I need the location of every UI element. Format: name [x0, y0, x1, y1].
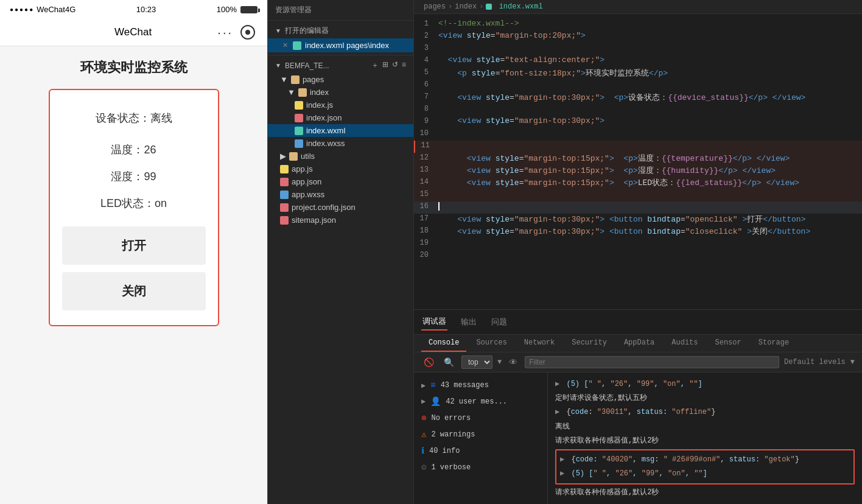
code-line-14: 14 <view style="margin-top:15px;"> <p>LE…	[414, 177, 862, 189]
tab-security[interactable]: Security	[564, 335, 614, 352]
tab-storage[interactable]: Storage	[751, 335, 796, 352]
wxml-icon-2	[295, 127, 303, 135]
console-area: ▶ ≡ 43 messages ▶ 👤 42 user mes... ⊗ No …	[414, 373, 862, 504]
json-icon	[295, 114, 303, 122]
status-left: ●●●●● WeChat4G	[10, 5, 75, 14]
main-card: 设备状态：离线 温度：26 湿度：99 LED状态：on 打开 关闭	[49, 89, 219, 326]
wxss-icon-2	[280, 191, 289, 199]
console-top-bar: 🚫 🔍 top ▼ 👁 Default levels ▼	[414, 352, 862, 373]
console-log-area[interactable]: ▶ (5) [" ", "26", "99", "on", ""] 定时请求设备…	[548, 373, 862, 504]
breadcrumb-file: index.wxml	[486, 2, 542, 11]
warning-icon: ⚠	[421, 429, 426, 439]
collapse-icon[interactable]: ≡	[402, 60, 406, 71]
clear-console-icon[interactable]: 🚫	[421, 356, 436, 368]
log-plain-3: 请求获取各种传感器值,默认2秒	[555, 434, 855, 448]
add-file-icon[interactable]: ＋	[371, 60, 379, 71]
tree-pages-folder[interactable]: ▼ pages	[268, 73, 413, 86]
filter-icon[interactable]: 🔍	[441, 356, 457, 368]
no-errors-label: No errors	[431, 414, 471, 422]
folder-icon-3	[289, 152, 298, 161]
battery-label: 100%	[217, 5, 237, 14]
tab-appdata[interactable]: AppData	[617, 335, 662, 352]
chevron-down-icon-3: ▼	[280, 75, 288, 84]
user-messages-label: 42 user mes...	[446, 397, 507, 406]
info-icon: ℹ	[421, 446, 424, 456]
ide-main: 资源管理器 ▼ 打开的编辑器 ✕ index.wxml pages\index …	[268, 0, 862, 504]
app-wxss-label: app.wxss	[292, 190, 324, 199]
tab-console[interactable]: Console	[421, 335, 466, 352]
status-right: 100%	[217, 5, 258, 14]
js-icon-2	[280, 165, 289, 173]
tab-network[interactable]: Network	[517, 335, 562, 352]
tree-index-wxml[interactable]: index.wxml	[268, 124, 413, 137]
tree-app-js[interactable]: app.js	[268, 163, 413, 175]
tab-output[interactable]: 输出	[460, 314, 478, 330]
info-label: 40 info	[429, 447, 460, 455]
tree-utils-folder[interactable]: ▶ utils	[268, 150, 413, 163]
close-button[interactable]: 关闭	[62, 272, 206, 310]
carrier-label: WeChat4G	[37, 5, 75, 14]
sidebar-user-messages[interactable]: ▶ 👤 42 user mes...	[414, 393, 547, 410]
sidebar-all-messages[interactable]: ▶ ≡ 43 messages	[414, 377, 547, 393]
tab-sensor[interactable]: Sensor	[708, 335, 749, 352]
wxss-icon	[295, 139, 303, 148]
tree-project-config[interactable]: project.config.json	[268, 201, 413, 214]
open-button[interactable]: 打开	[62, 226, 206, 265]
sidebar-warnings[interactable]: ⚠ 2 warnings	[414, 426, 547, 443]
close-icon[interactable]: ✕	[282, 41, 288, 49]
tab-audits[interactable]: Audits	[664, 335, 705, 352]
tree-app-wxss[interactable]: app.wxss	[268, 188, 413, 201]
code-line-7: 7 <view style="margin-top:30px;"> <p>设备状…	[414, 92, 862, 104]
tab-sources[interactable]: Sources	[469, 335, 514, 352]
tree-index-folder[interactable]: ▼ index	[268, 86, 413, 99]
code-line-11: 11	[414, 141, 862, 153]
tree-index-json[interactable]: index.json	[268, 111, 413, 124]
app-name: WeChat	[114, 26, 152, 38]
chevron-down-icon-4: ▼	[287, 88, 295, 97]
json-icon-3	[280, 203, 289, 212]
json-icon-2	[280, 178, 289, 186]
led-label: LED状态：on	[62, 190, 206, 217]
code-content[interactable]: 1 <!--index.wxml--> 2 <view style="margi…	[414, 14, 862, 309]
open-editors-section: ▼ 打开的编辑器 ✕ index.wxml pages\index	[268, 21, 413, 55]
add-folder-icon[interactable]: ⊞	[382, 60, 388, 71]
sidebar-verbose[interactable]: ⚙ 1 verbose	[414, 459, 547, 475]
open-editors-toggle[interactable]: ▼ 打开的编辑器	[268, 21, 413, 38]
dropdown-icon[interactable]: ▼	[497, 358, 502, 366]
log-plain-1: 定时请求设备状态,默认五秒	[555, 391, 855, 405]
index-wxss-label: index.wxss	[306, 139, 345, 148]
time-label: 10:23	[136, 5, 156, 14]
editor-breadcrumb: pages › index › index.wxml	[414, 0, 862, 14]
context-selector[interactable]: top	[461, 355, 492, 369]
js-icon	[295, 101, 303, 110]
phone-status-bar: ●●●●● WeChat4G 10:23 100%	[0, 0, 267, 19]
tree-index-js[interactable]: index.js	[268, 99, 413, 111]
button-row: 打开 关闭	[62, 226, 206, 310]
project-section-toggle[interactable]: ▼ BEMFA_TE... ＋ ⊞ ↺ ≡	[268, 55, 413, 73]
tree-app-json[interactable]: app.json	[268, 175, 413, 188]
messages-label: 43 messages	[441, 381, 489, 390]
expand-icon: ▶	[421, 381, 426, 390]
folder-icon-2	[298, 88, 307, 97]
tab-problems[interactable]: 问题	[490, 314, 508, 330]
tree-sitemap[interactable]: sitemap.json	[268, 214, 413, 226]
default-levels-label: Default levels	[784, 358, 846, 366]
eye-icon[interactable]: 👁	[506, 356, 520, 368]
log-plain-2: 离线	[555, 420, 855, 434]
levels-dropdown-icon[interactable]: ▼	[850, 358, 855, 366]
refresh-icon[interactable]: ↺	[392, 60, 398, 71]
phone-simulator: ●●●●● WeChat4G 10:23 100% WeChat ··· 环境实…	[0, 0, 268, 504]
filter-input[interactable]	[525, 356, 779, 368]
code-line-13: 13 <view style="margin-top:15px;"> <p>湿度…	[414, 165, 862, 177]
tree-index-wxss[interactable]: index.wxss	[268, 137, 413, 150]
tab-debugger[interactable]: 调试器	[421, 313, 447, 331]
open-editors-label: 打开的编辑器	[285, 26, 329, 36]
chevron-down-icon-2: ▼	[275, 62, 281, 69]
more-icon[interactable]: ···	[217, 26, 233, 40]
json-icon-4	[280, 216, 289, 225]
record-icon[interactable]	[240, 25, 255, 40]
code-line-10: 10	[414, 128, 862, 141]
open-file-index-wxml[interactable]: ✕ index.wxml pages\index	[268, 38, 413, 52]
sidebar-no-errors[interactable]: ⊗ No errors	[414, 410, 547, 426]
sidebar-info[interactable]: ℹ 40 info	[414, 443, 547, 459]
